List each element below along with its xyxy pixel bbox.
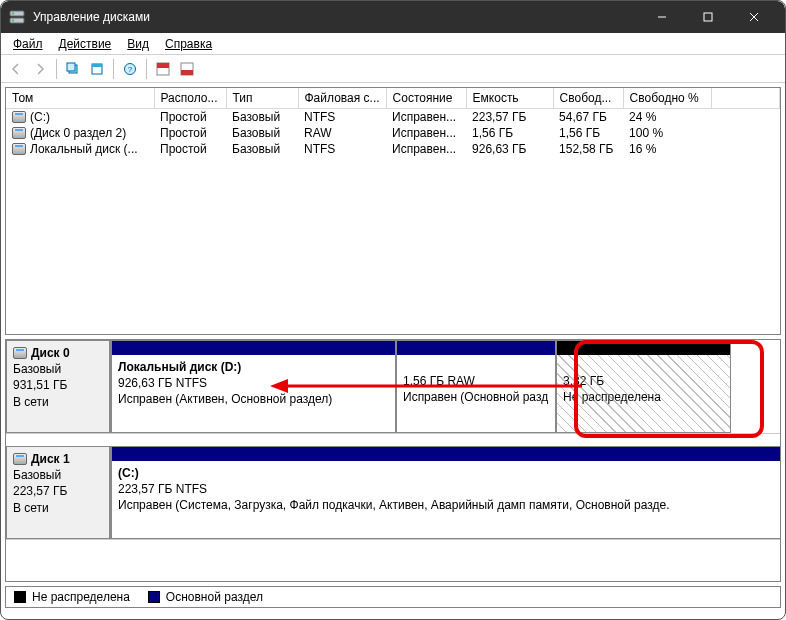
toolbar: ?: [1, 55, 785, 83]
tool-properties[interactable]: [86, 58, 108, 80]
svg-rect-9: [67, 63, 75, 71]
partition-body: Локальный диск (D:)926,63 ГБ NTFSИсправе…: [112, 355, 395, 432]
disk-status: В сети: [13, 394, 103, 410]
partition-line2: 223,57 ГБ NTFS: [118, 481, 781, 497]
partition-line2: 1,56 ГБ RAW: [403, 373, 549, 389]
partition-line2: 926,63 ГБ NTFS: [118, 375, 389, 391]
col-free[interactable]: Свобод...: [553, 88, 623, 108]
partition-stripe: [557, 341, 730, 355]
app-icon: [9, 9, 25, 25]
svg-point-2: [12, 13, 14, 15]
disk-type: Базовый: [13, 467, 103, 483]
svg-rect-5: [704, 13, 712, 21]
col-capacity[interactable]: Емкость: [466, 88, 553, 108]
partition-body: 1,56 ГБ RAWИсправен (Основной разд: [397, 355, 555, 432]
table-row[interactable]: Локальный диск (...ПростойБазовыйNTFSИсп…: [6, 141, 780, 157]
drive-icon: [12, 143, 26, 155]
vol-type: Базовый: [226, 108, 298, 125]
col-free-pct[interactable]: Свободно %: [623, 88, 711, 108]
vol-capacity: 926,63 ГБ: [466, 141, 553, 157]
menu-file[interactable]: Файл: [5, 35, 51, 53]
menu-view[interactable]: Вид: [119, 35, 157, 53]
partition-line2: 3,32 ГБ: [563, 373, 724, 389]
vol-free: 54,67 ГБ: [553, 108, 623, 125]
svg-point-3: [12, 20, 14, 22]
partition-primary[interactable]: (C:)223,57 ГБ NTFSИсправен (Система, Заг…: [111, 446, 781, 539]
disk-size: 223,57 ГБ: [13, 483, 103, 499]
disk-map: Локальный диск (D:)926,63 ГБ NTFSИсправе…: [111, 340, 780, 433]
vol-free-pct: 16 %: [623, 141, 711, 157]
col-fs[interactable]: Файловая с...: [298, 88, 386, 108]
partition-line3: Не распределена: [563, 389, 724, 405]
disk-row: Диск 1Базовый223,57 ГБВ сети (C:)223,57 …: [6, 446, 780, 540]
disk-size: 931,51 ГБ: [13, 377, 103, 393]
window-title: Управление дисками: [33, 10, 639, 24]
partition-name: Локальный диск (D:): [118, 359, 389, 375]
partition-primary[interactable]: 1,56 ГБ RAWИсправен (Основной разд: [396, 340, 556, 433]
vol-free-pct: 24 %: [623, 108, 711, 125]
legend-label-primary: Основной раздел: [166, 590, 263, 604]
disk-type: Базовый: [13, 361, 103, 377]
disk-header[interactable]: Диск 0Базовый931,51 ГБВ сети: [6, 340, 111, 433]
partition-body: (C:)223,57 ГБ NTFSИсправен (Система, Заг…: [112, 461, 781, 538]
close-button[interactable]: [731, 1, 777, 33]
partition-stripe: [112, 447, 781, 461]
partition-name: (C:): [118, 465, 781, 481]
menubar: Файл Действие Вид Справка: [1, 33, 785, 55]
col-volume[interactable]: Том: [6, 88, 154, 108]
partition-unallocated[interactable]: 3,32 ГБНе распределена: [556, 340, 731, 433]
vol-status: Исправен...: [386, 141, 466, 157]
svg-rect-11: [92, 64, 102, 67]
partition-stripe: [397, 341, 555, 355]
partition-body: 3,32 ГБНе распределена: [557, 355, 730, 432]
minimize-button[interactable]: [639, 1, 685, 33]
col-type[interactable]: Тип: [226, 88, 298, 108]
disk-icon: [13, 347, 27, 359]
disk-pane[interactable]: Диск 0Базовый931,51 ГБВ сетиЛокальный ди…: [5, 339, 781, 582]
partition-line3: Исправен (Система, Загрузка, Файл подкач…: [118, 497, 781, 513]
tool-forward: [29, 58, 51, 80]
vol-name: (Диск 0 раздел 2): [30, 126, 126, 140]
table-row[interactable]: (Диск 0 раздел 2)ПростойБазовыйRAWИсправ…: [6, 125, 780, 141]
vol-free: 152,58 ГБ: [553, 141, 623, 157]
maximize-button[interactable]: [685, 1, 731, 33]
col-spare: [711, 88, 779, 108]
tool-refresh[interactable]: [62, 58, 84, 80]
tool-help[interactable]: ?: [119, 58, 141, 80]
vol-layout: Простой: [154, 141, 226, 157]
menu-action[interactable]: Действие: [51, 35, 120, 53]
menu-help[interactable]: Справка: [157, 35, 220, 53]
vol-status: Исправен...: [386, 125, 466, 141]
vol-capacity: 223,57 ГБ: [466, 108, 553, 125]
disk-status: В сети: [13, 500, 103, 516]
partition-line3: Исправен (Активен, Основной раздел): [118, 391, 389, 407]
disk-header[interactable]: Диск 1Базовый223,57 ГБВ сети: [6, 446, 111, 539]
col-status[interactable]: Состояние: [386, 88, 466, 108]
legend-label-unalloc: Не распределена: [32, 590, 130, 604]
vol-name: Локальный диск (...: [30, 142, 138, 156]
volume-list[interactable]: Том Располо... Тип Файловая с... Состоян…: [5, 87, 781, 335]
vol-layout: Простой: [154, 108, 226, 125]
vol-fs: NTFS: [298, 141, 386, 157]
partition-primary[interactable]: Локальный диск (D:)926,63 ГБ NTFSИсправе…: [111, 340, 396, 433]
vol-capacity: 1,56 ГБ: [466, 125, 553, 141]
tool-view-top[interactable]: [152, 58, 174, 80]
svg-rect-17: [181, 70, 193, 75]
vol-fs: NTFS: [298, 108, 386, 125]
partition-line3: Исправен (Основной разд: [403, 389, 549, 405]
tool-view-bottom[interactable]: [176, 58, 198, 80]
vol-fs: RAW: [298, 125, 386, 141]
vol-layout: Простой: [154, 125, 226, 141]
col-layout[interactable]: Располо...: [154, 88, 226, 108]
svg-text:?: ?: [128, 65, 133, 74]
disk-map: (C:)223,57 ГБ NTFSИсправен (Система, Заг…: [111, 446, 781, 539]
vol-free: 1,56 ГБ: [553, 125, 623, 141]
drive-icon: [12, 127, 26, 139]
drive-icon: [12, 111, 26, 123]
vol-type: Базовый: [226, 125, 298, 141]
disk-row: Диск 0Базовый931,51 ГБВ сетиЛокальный ди…: [6, 340, 780, 434]
column-headers[interactable]: Том Располо... Тип Файловая с... Состоян…: [6, 88, 780, 108]
vol-status: Исправен...: [386, 108, 466, 125]
svg-rect-15: [157, 63, 169, 68]
table-row[interactable]: (C:)ПростойБазовыйNTFSИсправен...223,57 …: [6, 108, 780, 125]
